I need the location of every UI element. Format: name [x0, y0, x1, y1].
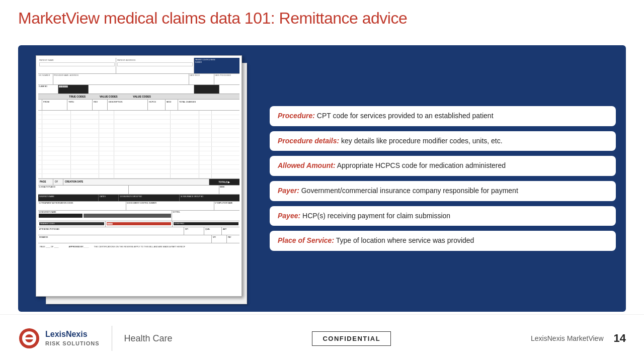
logo-risk-solutions: RISK SOLUTIONS: [45, 340, 100, 347]
logo-text-block: LexisNexis RISK SOLUTIONS: [45, 329, 100, 347]
desc-payee: HCP(s) receiving payment for claim submi…: [300, 212, 450, 220]
lexisnexis-logo-icon: [18, 327, 40, 349]
term-payer: Payer:: [278, 187, 299, 195]
logo-lexisnexis: LexisNexis: [45, 329, 100, 340]
form-front-page: PATIENT NAME PATIENT ADDRESS PAYMENT CON…: [36, 55, 242, 297]
term-procedure: Procedure:: [278, 112, 315, 120]
footer: LexisNexis RISK SOLUTIONS Health Care CO…: [0, 314, 644, 362]
page-title: MarketView medical claims data 101: Remi…: [18, 9, 407, 28]
footer-page-number: 14: [614, 332, 626, 345]
form-container: residential addressment area he ora U.S.…: [28, 55, 260, 302]
info-card-payer: Payer: Government/commercial insurance c…: [270, 181, 616, 201]
footer-brand: LexisNexis MarketView: [531, 334, 603, 342]
footer-right: LexisNexis MarketView 14: [531, 332, 626, 345]
desc-payer: Government/commercial insurance company …: [299, 187, 518, 195]
term-allowed-amount: Allowed Amount:: [278, 161, 336, 169]
desc-procedure: CPT code for services provided to an est…: [315, 112, 494, 120]
term-place-of-service: Place of Service:: [278, 236, 334, 244]
term-procedure-details: Procedure details:: [278, 137, 339, 145]
footer-center: CONFIDENTIAL: [173, 331, 531, 346]
footer-health-care: Health Care: [124, 333, 173, 344]
svg-rect-3: [23, 337, 35, 339]
term-payee: Payee:: [278, 212, 300, 220]
desc-allowed-amount: Appropriate HCPCS code for medication ad…: [336, 161, 506, 169]
footer-divider: [112, 326, 112, 351]
info-card-procedure-details: Procedure details: key details like proc…: [270, 131, 616, 151]
desc-place-of-service: Type of location where service was provi…: [334, 236, 474, 244]
info-panel: Procedure: CPT code for services provide…: [270, 55, 616, 302]
info-card-procedure: Procedure: CPT code for services provide…: [270, 106, 616, 126]
info-card-place-of-service: Place of Service: Type of location where…: [270, 231, 616, 251]
info-card-payee: Payee: HCP(s) receiving payment for clai…: [270, 206, 616, 226]
info-card-allowed-amount: Allowed Amount: Appropriate HCPCS code f…: [270, 156, 616, 176]
footer-logo: LexisNexis RISK SOLUTIONS: [18, 327, 100, 349]
desc-procedure-details: key details like procedure modifier code…: [339, 137, 503, 145]
main-content: residential addressment area he ora U.S.…: [18, 45, 626, 312]
confidential-badge: CONFIDENTIAL: [312, 331, 391, 346]
form-document: residential addressment area he ora U.S.…: [36, 55, 252, 302]
